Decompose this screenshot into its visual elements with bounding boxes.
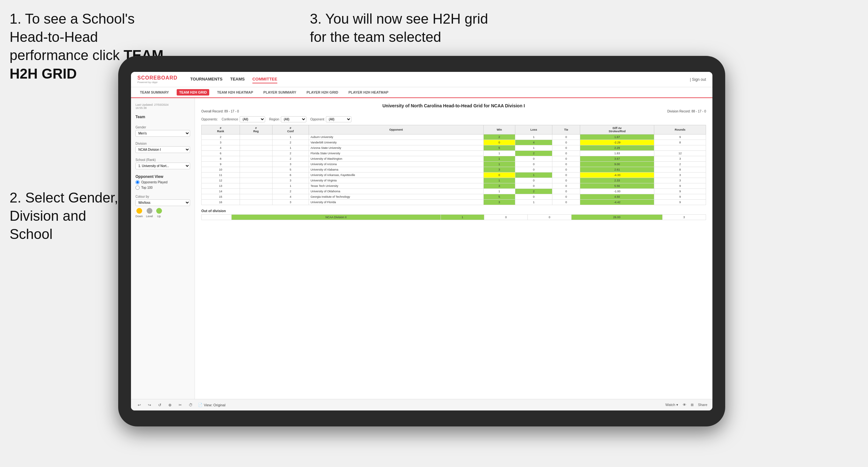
cell-loss: 4 bbox=[515, 140, 552, 145]
nav-tournaments[interactable]: TOURNAMENTS bbox=[190, 75, 223, 83]
col-diff: Diff AvStrokes/Rnd bbox=[580, 125, 654, 134]
cell-rank: 2 bbox=[202, 134, 240, 140]
table-row: 13 1 Texas Tech University 3 0 0 5.56 9 bbox=[202, 183, 706, 189]
table-row: 6 2 Florida State University 1 2 0 1.83 … bbox=[202, 151, 706, 156]
undo-btn[interactable]: ↩ bbox=[136, 402, 143, 408]
team-label: Team bbox=[135, 115, 190, 119]
cell-loss: 0 bbox=[515, 178, 552, 183]
view-original[interactable]: 📄 View: Original bbox=[198, 403, 225, 407]
cell-diff: 3.67 bbox=[580, 156, 654, 162]
zoom-btn[interactable]: ⊕ bbox=[167, 402, 173, 408]
cell-tie: 0 bbox=[552, 178, 580, 183]
cell-reg bbox=[240, 167, 272, 173]
watch-btn[interactable]: Watch ▾ bbox=[665, 403, 678, 407]
sub-nav-team-h2h-heatmap[interactable]: TEAM H2H HEATMAP bbox=[214, 89, 255, 95]
cell-reg bbox=[240, 194, 272, 200]
ann1-text: 1. To see a School's Head-to-Head perfor… bbox=[9, 11, 135, 63]
cell-loss: 1 bbox=[515, 145, 552, 151]
cell-rounds: 12 bbox=[654, 151, 706, 156]
cell-opponent: University of Oklahoma bbox=[309, 189, 483, 194]
cell-opponent: University of Washington bbox=[309, 156, 483, 162]
cell-loss: 0 bbox=[515, 194, 552, 200]
table-header-row: #Rank #Reg #Conf Opponent Win Loss Tie D… bbox=[202, 125, 706, 134]
table-row: 4 1 Arizona State University 5 1 0 2.29 bbox=[202, 145, 706, 151]
sub-nav-player-h2h-grid[interactable]: PLAYER H2H GRID bbox=[304, 89, 341, 95]
clock-btn[interactable]: ⏱ bbox=[187, 402, 194, 408]
gender-label: Gender bbox=[135, 126, 190, 129]
top-nav: SCOREBOARD Powered by clippi TOURNAMENTS… bbox=[131, 72, 712, 87]
cell-conf: 6 bbox=[272, 173, 309, 178]
sub-nav-player-summary[interactable]: PLAYER SUMMARY bbox=[261, 89, 299, 95]
cell-tie: 0 bbox=[552, 156, 580, 162]
view-label: View: Original bbox=[204, 403, 225, 407]
table-row: 15 4 Georgia Institute of Technology 5 0… bbox=[202, 194, 706, 200]
colour-section: Colour by Win/loss Down Level bbox=[135, 195, 190, 218]
sub-nav-player-h2h-heatmap[interactable]: PLAYER H2H HEATMAP bbox=[346, 89, 391, 95]
view-icon: 📄 bbox=[198, 403, 203, 407]
cell-win: 1 bbox=[483, 156, 515, 162]
cell-rounds: 3 bbox=[654, 156, 706, 162]
cell-win: 5 bbox=[483, 194, 515, 200]
school-section: School (Rank) 1. University of Nort... bbox=[135, 158, 190, 169]
opponents-label: Opponents: bbox=[201, 118, 218, 121]
share-btn[interactable]: Share bbox=[698, 403, 707, 407]
region-label: Region bbox=[269, 118, 279, 121]
cell-conf: 1 bbox=[272, 183, 309, 189]
radio-top100[interactable]: Top 100 bbox=[135, 186, 190, 190]
sub-nav-team-h2h-grid[interactable]: TEAM H2H GRID bbox=[177, 89, 210, 95]
cell-win: 0 bbox=[483, 140, 515, 145]
school-label: School (Rank) bbox=[135, 158, 190, 162]
nav-committee[interactable]: COMMITTEE bbox=[252, 75, 277, 83]
col-win: Win bbox=[483, 125, 515, 134]
cell-tie: 0 bbox=[552, 183, 580, 189]
opponent-select[interactable]: (All) bbox=[326, 116, 351, 122]
cell-rounds: 9 bbox=[654, 200, 706, 205]
colour-select[interactable]: Win/loss bbox=[135, 199, 190, 206]
out-of-div-diff: 26.00 bbox=[571, 215, 662, 220]
region-select[interactable]: (All) bbox=[281, 116, 306, 122]
cell-reg bbox=[240, 151, 272, 156]
cell-reg bbox=[240, 156, 272, 162]
out-of-div-title: Out of division bbox=[201, 209, 706, 213]
crop-btn[interactable]: ✂ bbox=[177, 402, 183, 408]
annotation-3: 3. You will now see H2H grid for the tea… bbox=[310, 9, 502, 46]
cell-diff: -2.29 bbox=[580, 140, 654, 145]
logo-area: SCOREBOARD Powered by clippi bbox=[137, 75, 178, 84]
redo-btn[interactable]: ↪ bbox=[146, 402, 153, 408]
cell-rank: 6 bbox=[202, 151, 240, 156]
cell-diff: -4.42 bbox=[580, 200, 654, 205]
cell-win: 0 bbox=[483, 173, 515, 178]
cell-rank: 3 bbox=[202, 140, 240, 145]
cell-rank: 15 bbox=[202, 194, 240, 200]
out-of-div-name bbox=[202, 215, 231, 220]
nav-teams[interactable]: TEAMS bbox=[230, 75, 245, 83]
opponent-filter: Opponent (All) bbox=[310, 116, 351, 122]
radio-opponents-played[interactable]: Opponents Played bbox=[135, 180, 190, 184]
sign-out[interactable]: | Sign out bbox=[690, 77, 706, 82]
school-select[interactable]: 1. University of Nort... bbox=[135, 163, 190, 169]
gender-select[interactable]: Men's Women's bbox=[135, 130, 190, 137]
out-of-division: Out of division NCAA Division II 1 0 0 2… bbox=[201, 209, 706, 220]
cell-rounds: 8 bbox=[654, 167, 706, 173]
division-select[interactable]: NCAA Division I NCAA Division II NCAA Di… bbox=[135, 146, 190, 153]
table-row: 9 3 University of Arizona 1 0 0 9.00 2 bbox=[202, 162, 706, 167]
table-row: 12 3 University of Virginia 1 0 0 2.33 3 bbox=[202, 178, 706, 183]
col-tie: Tie bbox=[552, 125, 580, 134]
ann2-line2: Division and bbox=[9, 208, 86, 224]
table-row: 8 2 University of Washington 1 0 0 3.67 … bbox=[202, 156, 706, 162]
cell-reg bbox=[240, 173, 272, 178]
sub-nav-team-summary[interactable]: TEAM SUMMARY bbox=[137, 89, 172, 95]
main-content: Last Updated: 27/03/2024 16:55:38 Team G… bbox=[131, 98, 712, 399]
cell-win: 1 bbox=[483, 162, 515, 167]
eye-icon: 👁 bbox=[683, 403, 686, 407]
legend-down-circle bbox=[136, 208, 142, 214]
legend-up: Up bbox=[156, 208, 162, 218]
grid-icon[interactable]: ⊞ bbox=[691, 403, 693, 407]
cell-win: 5 bbox=[483, 145, 515, 151]
cell-opponent: University of Arizona bbox=[309, 162, 483, 167]
cell-opponent: Georgia Institute of Technology bbox=[309, 194, 483, 200]
refresh-btn[interactable]: ↺ bbox=[157, 402, 163, 408]
cell-diff: 2.61 bbox=[580, 167, 654, 173]
conference-select[interactable]: (All) bbox=[240, 116, 265, 122]
cell-opponent: University of Arkansas, Fayetteville bbox=[309, 173, 483, 178]
